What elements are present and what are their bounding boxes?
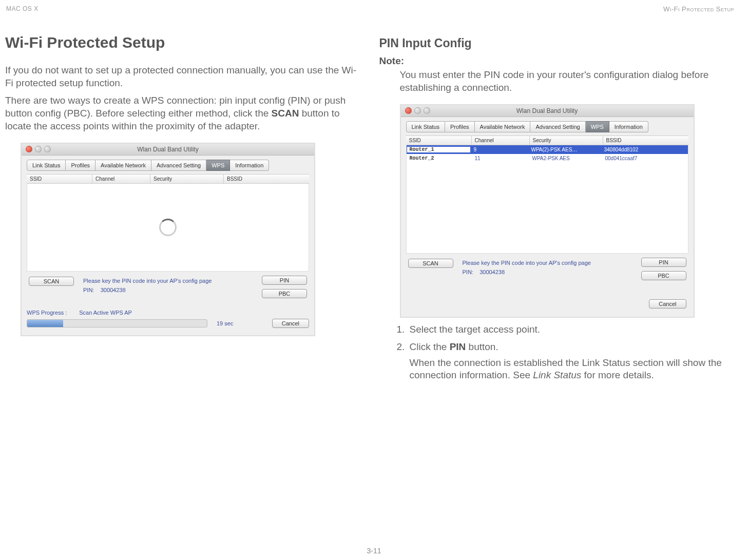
tab-information[interactable]: Information (230, 160, 269, 171)
minimize-icon[interactable] (35, 146, 42, 152)
wps-progress-bar (27, 319, 207, 327)
tab-available-network[interactable]: Available Network (95, 160, 151, 171)
step-2: Click the PIN button. When the connectio… (408, 340, 736, 382)
table-row[interactable]: Router_2 11 WPA2-PSK AES 00d041ccaaf7 (407, 154, 688, 163)
page-title: Wi-Fi Protected Setup (5, 34, 361, 51)
col-ssid: SSID (27, 175, 92, 183)
network-table-body (27, 184, 309, 272)
tab-wps[interactable]: WPS (586, 121, 609, 132)
tab-link-status[interactable]: Link Status (27, 160, 66, 171)
intro-para-1: If you do not want to set up a protected… (5, 64, 361, 89)
step-2-detail: When the connection is established the L… (410, 357, 736, 382)
page-number: 3-11 (367, 547, 381, 555)
intro-para-2: There are two ways to create a WPS conne… (5, 94, 361, 132)
note-body: You must enter the PIN code in your rout… (400, 69, 736, 94)
table-row[interactable]: Router_1 9 WPA(2)-PSK AES… 340804dd8102 (407, 145, 688, 154)
loading-spinner-icon (159, 219, 177, 236)
pin-hint-text: Please key the PIN code into your AP's c… (83, 278, 212, 284)
note-label: Note: (379, 55, 736, 67)
steps-list: Select the target access point. Click th… (379, 323, 736, 382)
window-titlebar: Wlan Dual Band Utility (22, 144, 314, 156)
screenshot-wps-scanning: Wlan Dual Band Utility Link Status Profi… (21, 143, 315, 336)
header-left: MAC OS X (6, 5, 39, 13)
network-table-header: SSID Channel Security BSSID (406, 136, 688, 145)
pin-button[interactable]: PIN (641, 258, 686, 267)
tab-profiles[interactable]: Profiles (66, 160, 95, 171)
wps-progress-label: WPS Progress : (27, 310, 67, 316)
wps-progress-time: 19 sec (217, 320, 233, 326)
minimize-icon[interactable] (414, 107, 421, 114)
pin-display: PIN: 30004238 (463, 269, 505, 275)
col-channel: Channel (92, 175, 150, 183)
col-security: Security (150, 175, 224, 183)
col-security: Security (530, 136, 603, 145)
col-bssid: BSSID (603, 136, 688, 145)
zoom-icon[interactable] (44, 146, 51, 152)
tab-information[interactable]: Information (609, 121, 648, 132)
tab-link-status[interactable]: Link Status (406, 121, 445, 132)
network-table-header: SSID Channel Security BSSID (27, 174, 309, 184)
screenshot-wps-networks: Wlan Dual Band Utility Link Status Profi… (400, 104, 695, 318)
pbc-button[interactable]: PBC (262, 289, 307, 298)
tab-advanced-setting[interactable]: Advanced Setting (151, 160, 206, 171)
col-ssid: SSID (406, 136, 472, 145)
cancel-button[interactable]: Cancel (649, 299, 686, 308)
window-title: Wlan Dual Band Utility (516, 107, 578, 114)
pbc-button[interactable]: PBC (641, 271, 686, 280)
network-table-body: Router_1 9 WPA(2)-PSK AES… 340804dd8102 … (406, 145, 688, 254)
col-channel: Channel (472, 136, 530, 145)
scan-button[interactable]: SCAN (408, 259, 453, 268)
close-icon[interactable] (26, 146, 32, 152)
step-1: Select the target access point. (408, 323, 736, 336)
wps-progress-status: Scan Active WPS AP (79, 310, 132, 316)
zoom-icon[interactable] (424, 107, 430, 114)
tab-advanced-setting[interactable]: Advanced Setting (530, 121, 585, 132)
tab-wps[interactable]: WPS (206, 160, 230, 171)
tab-available-network[interactable]: Available Network (475, 121, 531, 132)
header-right: Wi-Fi Protected Setup (663, 5, 734, 13)
col-bssid: BSSID (224, 175, 309, 183)
close-icon[interactable] (405, 107, 412, 114)
pin-config-heading: PIN Input Config (379, 36, 736, 50)
window-titlebar: Wlan Dual Band Utility (401, 105, 694, 117)
pin-button[interactable]: PIN (262, 276, 307, 285)
cancel-button[interactable]: Cancel (272, 319, 309, 328)
pin-hint-text: Please key the PIN code into your AP's c… (463, 260, 591, 266)
scan-button[interactable]: SCAN (29, 277, 74, 286)
tab-profiles[interactable]: Profiles (445, 121, 475, 132)
pin-display: PIN: 30004238 (83, 287, 126, 293)
window-title: Wlan Dual Band Utility (137, 146, 198, 153)
